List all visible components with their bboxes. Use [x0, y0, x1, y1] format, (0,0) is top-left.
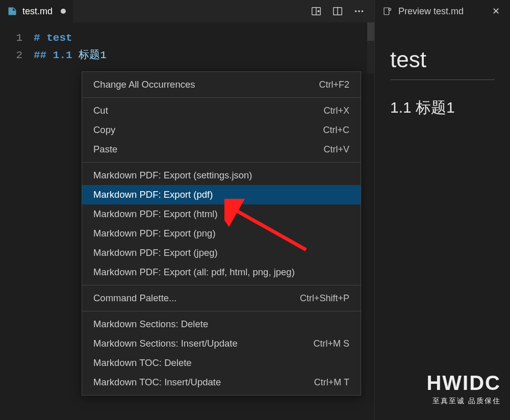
preview-file-icon	[381, 5, 393, 17]
editor-pane: test.md 1 2 # te	[0, 0, 374, 420]
context-menu-item[interactable]: Change All OccurrencesCtrl+F2	[82, 75, 361, 94]
context-menu-label: Markdown PDF: Export (jpeg)	[93, 247, 218, 258]
preview-tab-label: Preview test.md	[398, 6, 464, 17]
context-menu-item[interactable]: Markdown PDF: Export (jpeg)	[82, 243, 361, 262]
more-actions-icon[interactable]	[353, 5, 365, 17]
context-menu-shortcut: Ctrl+C	[323, 125, 349, 136]
context-menu-item[interactable]: Markdown PDF: Export (html)	[82, 204, 361, 224]
context-menu-label: Change All Occurrences	[93, 79, 195, 90]
editor-tab-bar: test.md	[0, 0, 374, 22]
context-menu-shortcut: Ctrl+V	[323, 144, 349, 155]
context-menu-item[interactable]: Markdown PDF: Export (png)	[82, 224, 361, 243]
context-menu-item[interactable]: Markdown TOC: Delete	[82, 353, 361, 373]
context-menu-shortcut: Ctrl+X	[323, 106, 349, 116]
preview-tab[interactable]: Preview test.md ✕	[375, 0, 510, 22]
context-menu-shortcut: Ctrl+Shift+P	[300, 293, 349, 304]
preview-tab-bar: Preview test.md ✕	[375, 0, 510, 22]
editor-tab-actions	[310, 5, 374, 17]
context-menu-label: Markdown PDF: Export (png)	[93, 228, 216, 239]
context-menu-label: Markdown Sections: Delete	[93, 319, 208, 330]
editor-tab-filename: test.md	[22, 6, 53, 17]
code-editor[interactable]: 1 2 # test ## 1.1 标题1	[0, 22, 374, 64]
line-number: 2	[0, 47, 22, 64]
context-menu-shortcut: Ctrl+F2	[319, 80, 349, 90]
context-menu-separator	[82, 97, 361, 98]
modified-indicator-icon	[61, 9, 66, 14]
code-line: ## 1.1 标题1	[34, 47, 374, 64]
preview-h2: 1.1 标题1	[390, 97, 495, 118]
context-menu-separator	[82, 162, 361, 163]
context-menu-label: Paste	[93, 144, 117, 155]
context-menu-label: Markdown Sections: Insert/Update	[93, 338, 238, 349]
context-menu-label: Markdown PDF: Export (html)	[93, 208, 218, 220]
context-menu-item[interactable]: Markdown PDF: Export (settings.json)	[82, 166, 361, 185]
svg-point-4	[358, 10, 360, 12]
context-menu-item[interactable]: CopyCtrl+C	[82, 120, 361, 140]
context-menu-item[interactable]: PasteCtrl+V	[82, 140, 361, 159]
svg-point-1	[318, 10, 320, 12]
markdown-preview: test 1.1 标题1	[375, 22, 510, 118]
context-menu-item[interactable]: Markdown PDF: Export (pdf)	[82, 185, 361, 204]
context-menu-label: Copy	[93, 124, 115, 136]
context-menu-item[interactable]: Markdown PDF: Export (all: pdf, html, pn…	[82, 262, 361, 282]
svg-point-5	[362, 10, 364, 12]
context-menu-item[interactable]: CutCtrl+X	[82, 101, 361, 120]
svg-point-3	[355, 10, 357, 12]
watermark-subtext: 至真至诚 品质保住	[426, 397, 501, 406]
line-number: 1	[0, 30, 22, 47]
watermark-text: HWIDC	[426, 372, 501, 395]
context-menu-item[interactable]: Markdown Sections: Insert/UpdateCtrl+M S	[82, 334, 361, 353]
context-menu-label: Command Palette...	[93, 293, 177, 304]
context-menu-label: Markdown PDF: Export (all: pdf, html, pn…	[93, 267, 295, 278]
line-number-gutter: 1 2	[0, 30, 34, 64]
close-icon[interactable]: ✕	[489, 6, 503, 17]
context-menu-label: Markdown PDF: Export (settings.json)	[93, 170, 252, 181]
context-menu-item[interactable]: Markdown Sections: Delete	[82, 314, 361, 334]
watermark: HWIDC 至真至诚 品质保住	[426, 372, 501, 406]
context-menu-label: Markdown TOC: Insert/Update	[93, 377, 221, 388]
context-menu-item[interactable]: Command Palette...Ctrl+Shift+P	[82, 288, 361, 308]
markdown-file-icon	[6, 5, 18, 17]
preview-divider	[390, 80, 495, 80]
context-menu-label: Markdown PDF: Export (pdf)	[93, 189, 213, 200]
context-menu-shortcut: Ctrl+M T	[314, 377, 349, 388]
context-menu-separator	[82, 285, 361, 285]
svg-rect-7	[384, 8, 389, 15]
context-menu: Change All OccurrencesCtrl+F2CutCtrl+XCo…	[82, 71, 361, 396]
code-lines: # test ## 1.1 标题1	[34, 30, 374, 64]
open-preview-side-icon[interactable]	[310, 5, 322, 17]
code-line: # test	[34, 30, 374, 47]
context-menu-label: Cut	[93, 105, 108, 116]
minimap[interactable]	[367, 22, 374, 73]
context-menu-item[interactable]: Markdown TOC: Insert/UpdateCtrl+M T	[82, 373, 361, 392]
context-menu-shortcut: Ctrl+M S	[313, 338, 349, 349]
minimap-slider[interactable]	[367, 22, 374, 41]
context-menu-label: Markdown TOC: Delete	[93, 357, 192, 369]
split-editor-icon[interactable]	[332, 5, 344, 17]
preview-pane: Preview test.md ✕ test 1.1 标题1 HWIDC 至真至…	[374, 0, 510, 420]
editor-tab[interactable]: test.md	[0, 0, 73, 22]
preview-h1: test	[390, 47, 495, 72]
context-menu-separator	[82, 311, 361, 311]
